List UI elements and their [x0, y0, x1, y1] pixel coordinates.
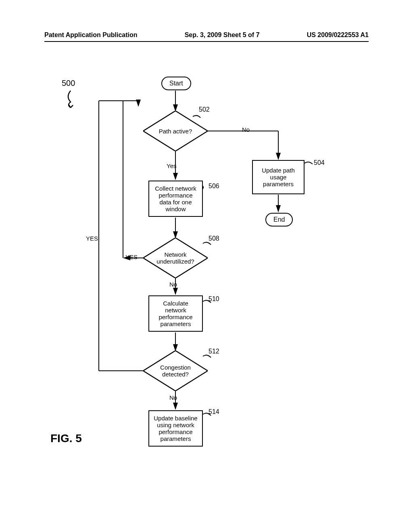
header-right: US 2009/0222553 A1 — [307, 31, 369, 39]
header-divider — [44, 41, 369, 42]
ref-502: 502 — [199, 106, 210, 113]
decision-congestion: Congestion detected? — [143, 351, 208, 391]
header-center: Sep. 3, 2009 Sheet 5 of 7 — [185, 31, 260, 39]
congestion-text: Congestion detected? — [143, 364, 208, 378]
figure-label: FIG. 5 — [50, 432, 82, 445]
collect-text: Collect network performance data for one… — [152, 185, 199, 212]
ref-510: 510 — [209, 295, 219, 303]
end-label: End — [273, 216, 285, 223]
ref-508: 508 — [209, 235, 219, 242]
flowchart-connectors — [46, 75, 369, 478]
process-update-path: Update path usage parameters — [252, 160, 305, 194]
page-header: Patent Application Publication Sep. 3, 2… — [44, 31, 369, 39]
terminal-start: Start — [161, 77, 191, 90]
path-active-text: Path active? — [155, 128, 196, 135]
terminal-end: End — [265, 213, 293, 227]
flowchart-diagram: 500 Start Path active? 502 No Yes Update… — [46, 75, 369, 478]
calculate-text: Calculate network performance parameters — [152, 300, 199, 327]
process-update-baseline: Update baseline using network performanc… — [148, 410, 203, 447]
edge-loop-yes: YES — [86, 235, 98, 242]
underutilized-text: Network underutilized? — [143, 251, 208, 265]
ref-512: 512 — [209, 348, 219, 355]
update-baseline-text: Update baseline using network performanc… — [152, 415, 199, 442]
edge-502-no: No — [242, 126, 250, 133]
ref-506: 506 — [209, 183, 219, 190]
decision-path-active: Path active? — [143, 111, 208, 151]
update-path-text: Update path usage parameters — [256, 167, 300, 187]
process-calculate: Calculate network performance parameters — [148, 295, 203, 332]
edge-512-no: No — [169, 394, 177, 401]
ref-504: 504 — [314, 159, 325, 166]
start-label: Start — [169, 80, 183, 87]
edge-508-yes: YES — [125, 254, 138, 260]
header-left: Patent Application Publication — [44, 31, 138, 39]
edge-502-yes: Yes — [167, 162, 176, 169]
edge-508-no: No — [169, 281, 177, 288]
ref-500: 500 — [62, 79, 75, 88]
ref-514: 514 — [209, 408, 219, 416]
process-collect: Collect network performance data for one… — [148, 181, 203, 217]
decision-underutilized: Network underutilized? — [143, 238, 208, 278]
